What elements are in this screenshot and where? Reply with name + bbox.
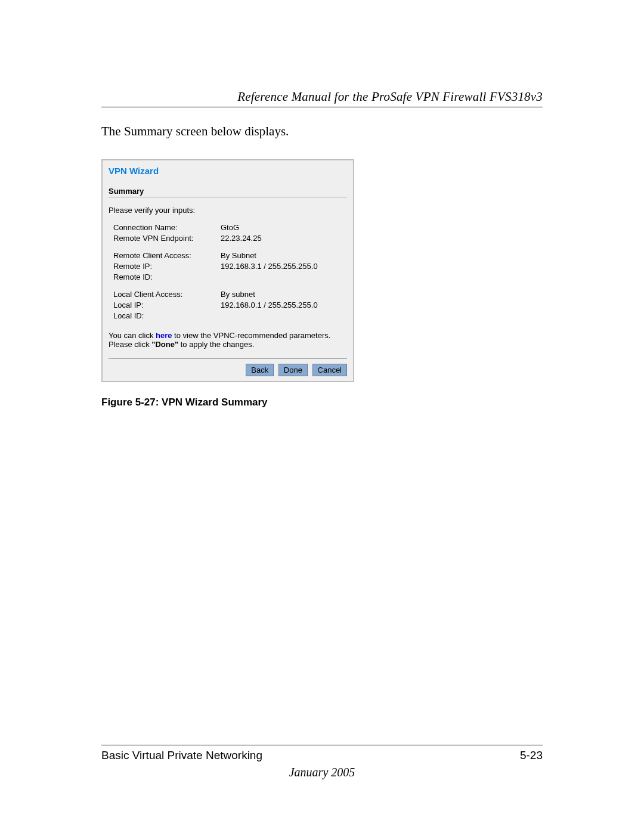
label: Connection Name: xyxy=(113,223,221,232)
row-remote-id: Remote ID: xyxy=(109,272,347,281)
divider xyxy=(109,358,347,359)
button-bar: Back Done Cancel xyxy=(109,364,347,376)
footer-row: Basic Virtual Private Networking 5-23 xyxy=(101,749,543,762)
done-button[interactable]: Done xyxy=(278,364,308,376)
verify-prompt: Please verify your inputs: xyxy=(109,206,347,215)
label: Local IP: xyxy=(113,301,221,309)
here-link[interactable]: here xyxy=(156,331,172,340)
figure-caption: Figure 5-27: VPN Wizard Summary xyxy=(101,397,543,408)
vpn-wizard-screenshot: VPN Wizard Summary Please verify your in… xyxy=(101,159,354,382)
page-header: Reference Manual for the ProSafe VPN Fir… xyxy=(101,89,543,107)
row-local-ip: Local IP: 192.168.0.1 / 255.255.255.0 xyxy=(109,301,347,309)
label: Remote IP: xyxy=(113,262,221,271)
document-page: Reference Manual for the ProSafe VPN Fir… xyxy=(0,0,644,833)
footer-section: Basic Virtual Private Networking xyxy=(101,749,262,762)
intro-text: The Summary screen below displays. xyxy=(101,124,543,139)
done-inline: "Done" xyxy=(151,340,178,349)
row-remote-client-access: Remote Client Access: By Subnet xyxy=(109,251,347,260)
label: Remote ID: xyxy=(113,272,221,281)
value xyxy=(221,272,347,281)
apply-line: Please click "Done" to apply the changes… xyxy=(109,340,347,349)
value: 192.168.3.1 / 255.255.255.0 xyxy=(221,262,347,271)
footer-date: January 2005 xyxy=(101,766,543,779)
page-footer: Basic Virtual Private Networking 5-23 Ja… xyxy=(101,745,543,779)
row-remote-ip: Remote IP: 192.168.3.1 / 255.255.255.0 xyxy=(109,262,347,271)
value: 192.168.0.1 / 255.255.255.0 xyxy=(221,301,347,309)
row-connection-name: Connection Name: GtoG xyxy=(109,223,347,232)
divider xyxy=(109,197,347,197)
text: to view the VPNC-recommended parameters. xyxy=(172,331,330,340)
value: By Subnet xyxy=(221,251,347,260)
label: Local Client Access: xyxy=(113,290,221,299)
value xyxy=(221,311,347,320)
footnote: You can click here to view the VPNC-reco… xyxy=(109,331,347,349)
value: GtoG xyxy=(221,223,347,232)
summary-block-2: Remote Client Access: By Subnet Remote I… xyxy=(109,251,347,281)
row-local-client-access: Local Client Access: By subnet xyxy=(109,290,347,299)
label: Local ID: xyxy=(113,311,221,320)
row-remote-endpoint: Remote VPN Endpoint: 22.23.24.25 xyxy=(109,234,347,243)
value: By subnet xyxy=(221,290,347,299)
summary-block-3: Local Client Access: By subnet Local IP:… xyxy=(109,290,347,320)
label: Remote VPN Endpoint: xyxy=(113,234,221,243)
text: to apply the changes. xyxy=(178,340,254,349)
summary-block-1: Connection Name: GtoG Remote VPN Endpoin… xyxy=(109,223,347,243)
text: You can click xyxy=(109,331,156,340)
vpnc-line: You can click here to view the VPNC-reco… xyxy=(109,331,347,340)
text: Please click xyxy=(109,340,151,349)
label: Remote Client Access: xyxy=(113,251,221,260)
footer-divider xyxy=(101,745,543,745)
value: 22.23.24.25 xyxy=(221,234,347,243)
summary-label: Summary xyxy=(109,187,347,196)
header-title: Reference Manual for the ProSafe VPN Fir… xyxy=(237,89,543,104)
row-local-id: Local ID: xyxy=(109,311,347,320)
back-button[interactable]: Back xyxy=(246,364,274,376)
wizard-title: VPN Wizard xyxy=(109,166,347,176)
cancel-button[interactable]: Cancel xyxy=(312,364,347,376)
footer-page-number: 5-23 xyxy=(520,749,543,762)
